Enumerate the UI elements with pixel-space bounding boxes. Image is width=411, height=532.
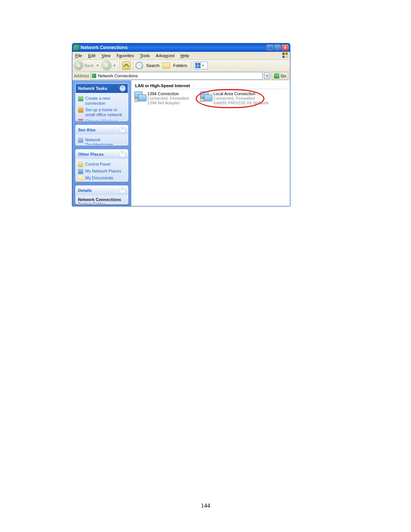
address-value: Network Connections [98, 73, 138, 78]
address-label: Address [74, 73, 89, 78]
menu-help[interactable]: Help [177, 53, 192, 59]
toolbar-separator [133, 61, 133, 70]
forward-button[interactable]: ► [102, 61, 111, 70]
menu-advanced[interactable]: Advanced [153, 53, 177, 59]
connection-icon [200, 91, 211, 102]
views-button[interactable]: ▼ [194, 62, 208, 69]
search-icon[interactable] [135, 62, 143, 69]
panel-network-tasks: Network Tasks ⌃ Create a new connection … [75, 83, 128, 121]
connection-status: Connected, Firewalled [213, 96, 269, 101]
content-area: LAN or High-Speed Internet 1394 Connecti… [131, 80, 290, 206]
menu-tools[interactable]: Tools [137, 53, 153, 59]
folders-icon[interactable] [162, 62, 170, 69]
group-header-lan: LAN or High-Speed Internet [134, 83, 287, 89]
go-button[interactable]: → Go [272, 72, 288, 80]
link-setup-network[interactable]: Set up a home or small office network [78, 107, 126, 118]
address-dropdown-icon[interactable]: ▼ [264, 72, 270, 79]
maximize-button[interactable]: □ [274, 45, 281, 51]
search-label[interactable]: Search [146, 63, 159, 68]
address-icon [92, 73, 96, 78]
panel-header-other-places[interactable]: Other Places ⌃ [76, 150, 128, 159]
menu-file[interactable]: File [72, 53, 85, 59]
connection-name: Local Area Connection [213, 91, 269, 96]
chevron-up-icon: ⌃ [119, 127, 126, 133]
details-name: Network Connections [78, 197, 126, 202]
toolbar-separator [119, 61, 120, 70]
windows-logo-icon [282, 53, 288, 59]
minimize-button[interactable]: _ [266, 45, 273, 51]
connection-icon [134, 91, 145, 102]
back-button[interactable]: ◄ [74, 61, 83, 70]
panel-details: Details ⌃ Network Connections System Fol… [75, 185, 128, 204]
app-icon [74, 45, 79, 50]
control-panel-icon [78, 162, 83, 167]
documents-icon [78, 176, 83, 181]
back-dropdown-icon[interactable]: ▼ [96, 64, 99, 67]
toolbar-separator [191, 61, 191, 70]
panel-header-details[interactable]: Details ⌃ [76, 186, 128, 195]
tasks-sidebar: Network Tasks ⌃ Create a new connection … [72, 80, 131, 206]
chevron-up-icon: ⌃ [119, 187, 126, 193]
home-network-icon [78, 107, 83, 113]
addressbar: Address Network Connections ▼ → Go [72, 72, 290, 80]
connection-status: Connected, Firewalled [147, 96, 189, 101]
link-my-documents[interactable]: My Documents [78, 175, 126, 182]
panel-header-network-tasks[interactable]: Network Tasks ⌃ [76, 84, 128, 93]
forward-dropdown-icon[interactable]: ▼ [113, 64, 116, 67]
panel-header-see-also[interactable]: See Also ⌃ [76, 125, 128, 134]
close-button[interactable]: ✕ [282, 45, 288, 51]
go-arrow-icon: → [274, 73, 279, 78]
address-input[interactable]: Network Connections [91, 72, 263, 80]
views-dropdown-icon: ▼ [202, 64, 205, 67]
link-create-connection[interactable]: Create a new connection [78, 95, 126, 107]
back-label: Back [84, 63, 94, 68]
views-grid-icon [195, 63, 201, 68]
link-firewall-settings[interactable]: Change Windows Firewall settings [78, 118, 126, 121]
menu-edit[interactable]: Edit [85, 53, 99, 59]
titlebar[interactable]: Network Connections _ □ ✕ [72, 43, 290, 52]
chevron-up-icon: ⌃ [119, 151, 126, 157]
menu-favorites[interactable]: Favorites [113, 53, 137, 59]
connection-adapter: Intel(R) PRO/100 VE Network [213, 101, 269, 105]
connection-adapter: 1394 Net Adapter [147, 101, 189, 105]
up-folder-button[interactable] [122, 61, 131, 70]
link-control-panel[interactable]: Control Panel [78, 161, 126, 168]
page-number: 144 [0, 502, 411, 509]
chevron-up-icon: ⌃ [119, 85, 126, 91]
item-local-area-connection[interactable]: Local Area Connection Connected, Firewal… [200, 91, 269, 105]
info-icon [78, 137, 83, 143]
wizard-icon [78, 96, 83, 101]
shield-icon [78, 119, 83, 121]
menu-view[interactable]: View [99, 53, 114, 59]
folders-label[interactable]: Folders [173, 63, 187, 68]
item-1394-connection[interactable]: 1394 Connection Connected, Firewalled 13… [134, 91, 189, 105]
link-network-troubleshooter[interactable]: Network Troubleshooter [78, 137, 126, 145]
details-type: System Folder [78, 202, 126, 204]
go-label: Go [280, 73, 286, 78]
panel-other-places: Other Places ⌃ Control Panel My Network … [75, 149, 128, 182]
panel-see-also: See Also ⌃ Network Troubleshooter [75, 125, 128, 145]
network-places-icon [78, 169, 83, 174]
toolbar: ◄ Back ▼ ► ▼ Search Folders ▼ [72, 60, 290, 72]
menubar: File Edit View Favorites Tools Advanced … [72, 52, 290, 60]
window-title: Network Connections [81, 45, 266, 50]
network-connections-window: Network Connections _ □ ✕ File Edit View… [72, 43, 290, 206]
connection-name: 1394 Connection [147, 91, 189, 96]
link-my-network-places[interactable]: My Network Places [78, 168, 126, 175]
